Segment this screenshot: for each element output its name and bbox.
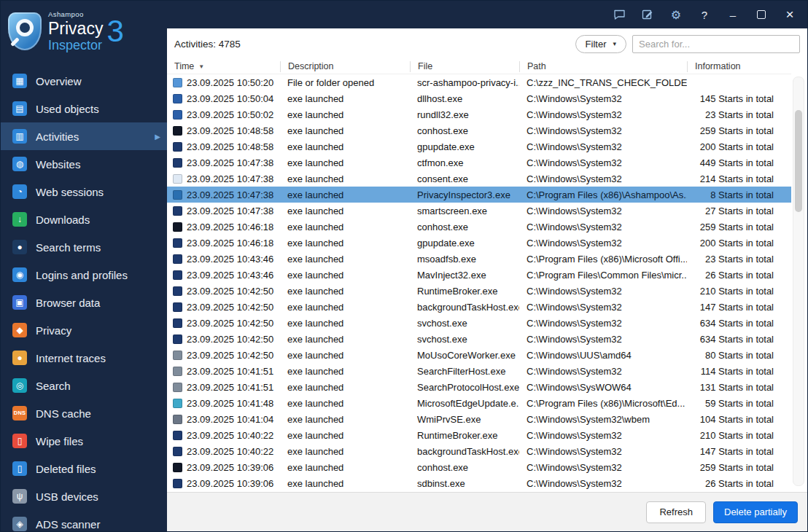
- sidebar-item-label: USB devices: [36, 490, 98, 503]
- sidebar-item-privacy[interactable]: ◆ Privacy ▶: [1, 316, 167, 344]
- sidebar-item-wipe-files[interactable]: ▯ Wipe files ▶: [1, 427, 167, 455]
- table-row[interactable]: 23.09.2025 10:43:46 exe launched msoadfs…: [167, 251, 791, 267]
- cell-description: exe launched: [280, 462, 410, 473]
- feedback-chat-icon[interactable]: [610, 6, 628, 23]
- shield-magnifier-logo-icon: [8, 12, 42, 50]
- sidebar-item-ads-scanner[interactable]: ◈ ADS scanner ▶: [1, 510, 167, 532]
- sidebar-item-browser-data[interactable]: ▣ Browser data ▶: [1, 289, 167, 316]
- notes-edit-icon[interactable]: [639, 6, 656, 23]
- table-row[interactable]: 23.09.2025 10:42:50 exe launched Runtime…: [167, 283, 791, 299]
- table-row[interactable]: 23.09.2025 10:42:50 exe launched svchost…: [167, 315, 791, 331]
- vertical-scrollbar[interactable]: [793, 77, 804, 486]
- maximize-icon[interactable]: [753, 6, 770, 23]
- delete-partially-button[interactable]: Delete partially: [713, 501, 798, 523]
- app-logo: Ashampoo Privacy Inspector 3: [1, 1, 167, 57]
- column-header-information[interactable]: Information: [687, 61, 791, 72]
- table-row[interactable]: 23.09.2025 10:39:06 exe launched sdbinst…: [167, 475, 791, 491]
- cell-description: exe launched: [280, 478, 410, 489]
- file-type-icon: [173, 190, 182, 200]
- filter-dropdown-button[interactable]: Filter ▾: [575, 35, 626, 53]
- column-header-file[interactable]: File: [410, 61, 519, 72]
- cell-time: 23.09.2025 10:47:38: [187, 206, 273, 216]
- sidebar-item-activities[interactable]: ▥ Activities ▶: [1, 122, 167, 150]
- sidebar-item-label: Browser data: [36, 297, 100, 309]
- column-header-description[interactable]: Description: [280, 61, 410, 72]
- cell-time: 23.09.2025 10:47:38: [187, 157, 273, 168]
- file-type-icon: [173, 78, 182, 87]
- activities-table-body: 23.09.2025 10:50:20 File or folder opene…: [167, 74, 791, 491]
- settings-gear-icon[interactable]: ⚙: [667, 6, 685, 23]
- cell-time: 23.09.2025 10:42:50: [187, 318, 273, 329]
- sidebar-item-search-terms[interactable]: ● Search terms ▶: [1, 233, 167, 261]
- table-row[interactable]: 23.09.2025 10:42:50 exe launched backgro…: [167, 299, 791, 315]
- cell-information: 114 Starts in total: [687, 366, 791, 377]
- titlebar-icons: ⚙ ? – ×: [610, 6, 807, 23]
- table-row[interactable]: 23.09.2025 10:47:38 exe launched ctfmon.…: [167, 154, 791, 171]
- search-input[interactable]: [632, 35, 800, 53]
- file-type-icon: [173, 383, 182, 392]
- cell-path: C:\Windows\System32: [519, 286, 687, 297]
- cell-information: 634 Starts in total: [687, 318, 791, 329]
- sidebar-item-used-objects[interactable]: ▤ Used objects ▶: [1, 95, 167, 122]
- table-row[interactable]: 23.09.2025 10:40:22 exe launched backgro…: [167, 443, 791, 459]
- table-row[interactable]: 23.09.2025 10:47:38 exe launched consent…: [167, 171, 791, 187]
- table-row[interactable]: 23.09.2025 10:41:51 exe launched SearchF…: [167, 363, 791, 379]
- refresh-button[interactable]: Refresh: [646, 501, 706, 523]
- cell-information: 131 Starts in total: [687, 382, 791, 393]
- sidebar-item-deleted-files[interactable]: ▯ Deleted files ▶: [1, 455, 167, 482]
- cell-path: C:\Windows\System32: [519, 157, 687, 168]
- cell-path: C:\Windows\System32: [519, 302, 687, 313]
- sidebar-item-websites[interactable]: ◍ Websites ▶: [1, 150, 167, 178]
- table-row[interactable]: 23.09.2025 10:46:18 exe launched conhost…: [167, 219, 791, 235]
- table-row[interactable]: 23.09.2025 10:42:50 exe launched svchost…: [167, 331, 791, 347]
- cell-path: C:\Windows\System32: [519, 125, 687, 136]
- cell-information: 26 Starts in total: [687, 478, 791, 489]
- sidebar-item-label: DNS cache: [36, 407, 91, 420]
- table-row[interactable]: 23.09.2025 10:50:02 exe launched rundll3…: [167, 106, 791, 122]
- cell-description: exe launched: [280, 141, 410, 152]
- close-icon[interactable]: ×: [781, 6, 799, 23]
- scrollbar-thumb[interactable]: [795, 110, 802, 212]
- sort-desc-icon: ▼: [198, 61, 204, 72]
- sidebar-item-label: Search: [36, 380, 71, 392]
- sidebar-item-logins-and-profiles[interactable]: ◉ Logins and profiles ▶: [1, 261, 167, 289]
- cell-information: 259 Starts in total: [687, 125, 791, 136]
- cell-file: RuntimeBroker.exe: [410, 286, 519, 297]
- table-row[interactable]: 23.09.2025 10:41:51 exe launched SearchP…: [167, 379, 791, 395]
- table-row[interactable]: 23.09.2025 10:43:46 exe launched MavInje…: [167, 267, 791, 283]
- table-row[interactable]: 23.09.2025 10:42:50 exe launched MoUsoCo…: [167, 347, 791, 363]
- column-header-time[interactable]: Time ▼: [167, 61, 280, 72]
- table-row[interactable]: 23.09.2025 10:46:18 exe launched gpupdat…: [167, 235, 791, 251]
- help-icon[interactable]: ?: [696, 6, 713, 23]
- table-row[interactable]: 23.09.2025 10:50:04 exe launched dllhost…: [167, 90, 791, 106]
- table-row[interactable]: 23.09.2025 10:48:58 exe launched gpupdat…: [167, 138, 791, 154]
- file-type-icon: [173, 302, 182, 312]
- sidebar-item-internet-traces[interactable]: ● Internet traces ▶: [1, 344, 167, 372]
- cell-description: exe launched: [280, 270, 410, 281]
- minimize-icon[interactable]: –: [724, 6, 742, 23]
- cell-file: gpupdate.exe: [410, 238, 519, 249]
- table-row[interactable]: 23.09.2025 10:48:58 exe launched conhost…: [167, 122, 791, 138]
- sidebar-item-search[interactable]: ◎ Search ▶: [1, 372, 167, 399]
- cell-path: C:\Windows\System32: [519, 430, 687, 441]
- table-row[interactable]: 23.09.2025 10:40:22 exe launched Runtime…: [167, 427, 791, 443]
- table-row[interactable]: 23.09.2025 10:47:38 exe launched smartsc…: [167, 203, 791, 219]
- cell-file: backgroundTaskHost.exe: [410, 446, 519, 457]
- sidebar-item-usb-devices[interactable]: ψ USB devices ▶: [1, 482, 167, 510]
- table-row[interactable]: 23.09.2025 10:41:48 exe launched Microso…: [167, 395, 791, 411]
- table-row[interactable]: 23.09.2025 10:50:20 File or folder opene…: [167, 74, 791, 90]
- table-row[interactable]: 23.09.2025 10:47:38 exe launched Privacy…: [167, 187, 791, 203]
- brand-product-line1: Privacy: [48, 20, 103, 37]
- activities-toolbar: Activities: 4785 Filter ▾: [167, 28, 807, 59]
- table-row[interactable]: 23.09.2025 10:41:04 exe launched WmiPrvS…: [167, 411, 791, 427]
- sidebar-item-overview[interactable]: ▦ Overview ▶: [1, 67, 167, 95]
- brand-product-line2: Inspector: [48, 39, 103, 52]
- cell-description: exe launched: [280, 430, 410, 441]
- sidebar-item-downloads[interactable]: ↓ Downloads ▶: [1, 206, 167, 233]
- sidebar-item-web-sessions[interactable]: ◔ Web sessions ▶: [1, 178, 167, 206]
- table-row[interactable]: 23.09.2025 10:39:06 exe launched conhost…: [167, 459, 791, 475]
- column-header-path[interactable]: Path: [519, 61, 687, 72]
- sidebar-item-icon: ◎: [12, 378, 27, 393]
- sidebar-item-dns-cache[interactable]: DNS DNS cache ▶: [1, 399, 167, 427]
- cell-path: C:\Windows\System32: [519, 462, 687, 473]
